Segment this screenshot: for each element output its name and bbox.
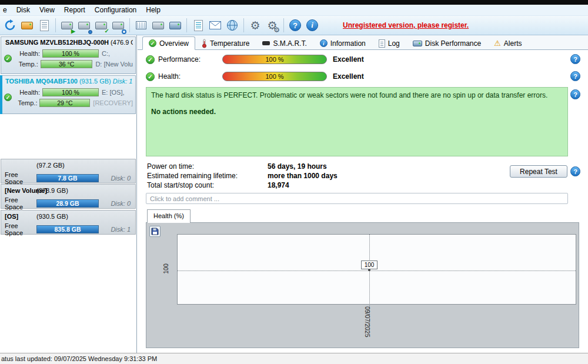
selected-disk-indicator: [0, 75, 2, 114]
overview-ok-icon: ✓: [149, 39, 156, 47]
tab-temperature[interactable]: Temperature: [195, 36, 256, 50]
tab-alerts[interactable]: ⚠ Alerts: [487, 36, 528, 50]
partition-item[interactable]: (97.2 GB) Free Space 7.8 GB Disk: 0: [1, 159, 136, 183]
quick-test-button[interactable]: ▶: [59, 18, 75, 33]
partition-disk-number: Disk: 0: [111, 200, 132, 207]
chart-y-tick: 100: [162, 263, 169, 274]
health-bar: 100 %: [222, 72, 327, 81]
free-space-label: Free Space: [5, 222, 36, 236]
save-chart-button[interactable]: [149, 226, 161, 237]
performance-rating: Excellent: [333, 55, 364, 64]
chart-gridline-horizontal: [178, 271, 576, 271]
repeat-test-button[interactable]: Repeat Test: [510, 165, 567, 178]
scheduled-test-button[interactable]: [76, 18, 92, 33]
partition-item[interactable]: [New Volume] (378.9 GB) Free Space 28.9 …: [1, 184, 136, 209]
free-space-bar: 28.9 GB: [36, 199, 99, 208]
health-label: Health:: [15, 89, 40, 96]
chart-plot-area: [177, 234, 576, 305]
performance-bar: 100 %: [222, 55, 327, 64]
help-icon[interactable]: ?: [570, 166, 580, 176]
tab-information[interactable]: i Information: [313, 36, 372, 50]
menu-view[interactable]: View: [35, 5, 59, 15]
status-panel-button[interactable]: [191, 18, 206, 33]
disk-search-button[interactable]: [111, 18, 126, 33]
disk-number: Disk: 1: [113, 78, 133, 85]
menu-report[interactable]: Report: [59, 5, 90, 15]
info-icon: i: [306, 19, 318, 31]
main-panel: ✓ Overview Temperature S.M.A.R.T. i Info…: [138, 35, 588, 353]
tab-label: Log: [388, 39, 400, 48]
temperature-bar: 29 °C: [39, 99, 90, 107]
help-icon: ?: [289, 19, 301, 31]
health-bar: 100 %: [42, 88, 99, 96]
disk-backup-button[interactable]: [168, 18, 183, 33]
health-rating: Excellent: [333, 72, 364, 81]
partition-name: [OS]: [5, 213, 36, 220]
small-gear-icon: ⚙: [273, 26, 280, 34]
drive-letters: [RECOVERY]: [93, 99, 133, 106]
advanced-settings-button[interactable]: ⚙⚙: [265, 18, 280, 33]
stat-value: 18,974: [268, 181, 289, 190]
tab-smart[interactable]: S.M.A.R.T.: [256, 36, 313, 50]
globe-icon: [226, 19, 238, 31]
disk-status-message: The hard disk status is PERFECT. Problem…: [146, 87, 568, 156]
gear-icon: ⚙: [250, 20, 260, 31]
email-icon: [209, 21, 221, 29]
help-icon[interactable]: ?: [570, 89, 580, 99]
stat-label: Power on time:: [147, 162, 268, 171]
disk-ok-test-button[interactable]: ✓: [93, 18, 109, 33]
menu-help[interactable]: Help: [141, 5, 165, 15]
tab-log[interactable]: Log: [372, 36, 406, 50]
about-button[interactable]: i: [305, 18, 320, 33]
status-panel-icon: [194, 20, 203, 31]
free-space-bar: 835.8 GB: [36, 225, 99, 233]
partition-item[interactable]: [OS] (930.5 GB) Free Space 835.8 GB Disk…: [1, 210, 136, 235]
menu-bar: e Disk View Report Configuration Help: [0, 5, 588, 16]
network-status-button[interactable]: [225, 18, 240, 33]
unregistered-notice-link[interactable]: Unregistered version, please register.: [343, 21, 469, 29]
disk-item-samsung[interactable]: SAMSUNG MZVLB512HBJQ-000H (476.9 G ✓ Hea…: [1, 36, 136, 74]
tab-bar: ✓ Overview Temperature S.M.A.R.T. i Info…: [138, 35, 588, 50]
help-icon[interactable]: ?: [570, 71, 580, 81]
performance-label: Performance:: [158, 55, 222, 64]
stat-label: Total start/stop count:: [147, 181, 268, 190]
report-button[interactable]: [36, 18, 52, 33]
free-space-label: Free Space: [5, 171, 36, 185]
temperature-bar: 36 °C: [41, 60, 93, 68]
disk-item-toshiba[interactable]: TOSHIBA MQ04ABF100 (931.5 GB) Disk: 1 ✓ …: [1, 75, 136, 114]
help-button[interactable]: ?: [288, 18, 303, 33]
disk-statistics: Power on time: 56 days, 19 hours Estimat…: [147, 162, 338, 190]
status-bar: atus last updated: 09/07/2025 Wednesday …: [0, 353, 588, 364]
disk-title: TOSHIBA MQ04ABF100: [5, 78, 78, 85]
disk-icon: [112, 22, 124, 29]
chart-x-tick: 09/07/2025: [364, 306, 371, 338]
play-badge-icon: ▶: [71, 29, 75, 34]
health-history-chart: 100 100 09/07/2025: [146, 222, 579, 348]
comment-input[interactable]: [146, 193, 568, 204]
disk-status-ok-icon: ✓: [4, 55, 12, 62]
menu-configuration[interactable]: Configuration: [90, 5, 141, 15]
detect-disk-icon: [21, 22, 33, 29]
disk-size: (476.9 G: [111, 39, 133, 46]
tab-disk-performance[interactable]: Disk Performance: [406, 36, 487, 50]
save-icon: [151, 228, 159, 235]
settings-button[interactable]: ⚙: [248, 18, 263, 33]
refresh-button[interactable]: [2, 18, 18, 33]
menu-disk[interactable]: Disk: [12, 5, 35, 15]
tab-label: Overview: [159, 39, 189, 48]
health-label: Health:: [15, 50, 40, 57]
chart-tab-health[interactable]: Health (%): [147, 209, 191, 223]
hard-disk-sentinel-window: e Disk View Report Configuration Help ▶ …: [0, 0, 588, 364]
dot-badge-icon: [88, 30, 92, 34]
help-icon[interactable]: ?: [570, 54, 580, 64]
tab-overview[interactable]: ✓ Overview: [142, 36, 195, 50]
surface-test-button[interactable]: [133, 18, 149, 33]
drive-letters: D: [New Volu: [95, 61, 133, 68]
disk-copy-button[interactable]: [151, 18, 166, 33]
report-icon: [40, 20, 49, 31]
email-report-button[interactable]: [208, 18, 223, 33]
disk-title: SAMSUNG MZVLB512HBJQ-000H: [5, 39, 109, 46]
disk-icon: [78, 22, 90, 29]
detect-disks-button[interactable]: [19, 18, 35, 33]
menu-file[interactable]: e: [0, 5, 12, 15]
